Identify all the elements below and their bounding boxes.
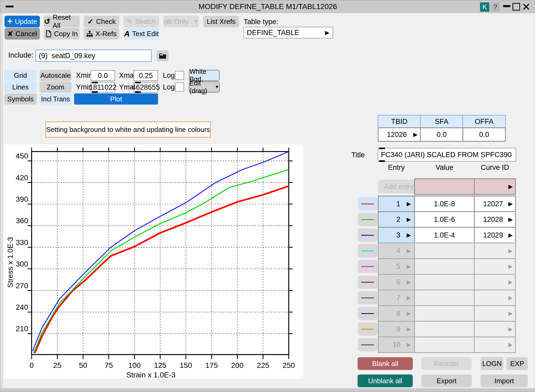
reorder-button[interactable]: Reorder (421, 357, 472, 370)
value-cell[interactable] (414, 290, 475, 306)
curve-id-cell[interactable]: ▶ (474, 243, 516, 259)
include-input[interactable]: (9) seatD_09.key (36, 50, 152, 62)
curve-colour-swatch[interactable] (358, 338, 377, 351)
grid-toggle[interactable]: Grid (4, 70, 37, 81)
plot-canvas[interactable]: 0255075100125150175200225250210240270300… (4, 144, 303, 378)
expand-arrow-icon[interactable]: ▶ (407, 248, 411, 254)
expand-arrow-icon[interactable]: ▶ (508, 263, 513, 270)
text-edit-button[interactable]: A Text Edit (124, 28, 159, 40)
xlog-checkbox[interactable] (175, 71, 184, 80)
list-xrefs-button[interactable]: List Xrefs (203, 16, 239, 27)
value-cell[interactable]: 1.0E-8 (414, 196, 475, 212)
check-button[interactable]: ✓ Check (84, 16, 119, 27)
expand-arrow-icon[interactable]: ▶ (508, 310, 513, 317)
expand-arrow-icon[interactable]: ▶ (407, 216, 411, 223)
add-entry-button[interactable]: Add entry (378, 180, 420, 193)
title-input[interactable]: FC340 (JARI) SCALED FROM SPFC390 (378, 148, 516, 162)
curve-colour-swatch[interactable] (358, 291, 377, 304)
sketch-button[interactable]: ✎ Sketch (124, 16, 159, 27)
curve-id-cell[interactable]: ▶ (474, 321, 516, 337)
autoscale-button[interactable]: Autoscale (40, 70, 71, 81)
value-cell[interactable] (414, 321, 475, 337)
xmin-input[interactable]: 0.0 (91, 70, 115, 81)
expand-arrow-icon[interactable]: ▶ (407, 326, 411, 332)
expand-arrow-icon[interactable]: ▶ (508, 183, 513, 190)
curve-colour-swatch[interactable] (358, 307, 377, 320)
folder-button[interactable] (156, 50, 169, 61)
value-cell[interactable]: 1.0E-6 (414, 211, 475, 228)
exp-button[interactable]: EXP (507, 357, 528, 370)
window-maximize-icon[interactable] (512, 3, 520, 11)
expand-arrow-icon[interactable]: ▶ (508, 232, 513, 238)
expand-arrow-icon[interactable]: ▶ (508, 216, 513, 223)
curve-id-cell[interactable]: 12029▶ (474, 227, 516, 243)
expand-arrow-icon[interactable]: ▶ (407, 201, 411, 207)
entry-cell[interactable]: 1▶ (378, 196, 415, 212)
entry-cell[interactable]: 7▶ (378, 290, 415, 306)
curve-colour-swatch[interactable] (358, 275, 377, 289)
expand-arrow-icon[interactable]: ▶ (413, 131, 418, 138)
cancel-button[interactable]: ✘ Cancel (5, 28, 40, 40)
curve-id-cell[interactable]: ▶ (474, 274, 516, 290)
expand-arrow-icon[interactable]: ▶ (508, 342, 513, 348)
update-button[interactable]: + Update (5, 16, 40, 27)
add-entry-curve-field[interactable]: ▶ (474, 178, 516, 195)
window-close-icon[interactable]: ✕ (522, 1, 531, 13)
expand-arrow-icon[interactable]: ▶ (407, 279, 411, 285)
expand-arrow-icon[interactable]: ▶ (508, 326, 513, 332)
entry-cell[interactable]: 4▶ (378, 243, 415, 259)
curve-colour-swatch[interactable] (358, 322, 377, 336)
curve-id-cell[interactable]: ▶ (474, 290, 516, 306)
curve-id-cell[interactable]: ▶ (474, 305, 516, 322)
value-cell[interactable] (414, 305, 475, 322)
entry-cell[interactable]: 8▶ (378, 305, 415, 322)
keyword-button[interactable]: K (480, 2, 489, 12)
expand-arrow-icon[interactable]: ▶ (508, 295, 513, 301)
expand-arrow-icon[interactable]: ▶ (508, 279, 513, 285)
symbols-toggle[interactable]: Symbols (4, 93, 37, 105)
blank-all-button[interactable]: Blank all (358, 357, 413, 370)
expand-arrow-icon[interactable]: ▶ (508, 201, 513, 207)
curve-colour-swatch[interactable] (358, 229, 377, 242)
entry-cell[interactable]: 10▶ (378, 337, 415, 353)
import-button[interactable]: Import (481, 374, 528, 387)
xrefs-button[interactable]: X-Refs (84, 28, 119, 40)
zoom-button[interactable]: Zoom (40, 81, 71, 93)
curve-id-cell[interactable]: 12027▶ (474, 196, 516, 212)
expand-arrow-icon[interactable]: ▶ (407, 342, 411, 348)
sfa-field[interactable]: 0.0 (420, 127, 463, 142)
add-entry-value-field[interactable] (414, 178, 475, 195)
curve-colour-swatch[interactable] (358, 244, 377, 257)
entry-cell[interactable]: 6▶ (378, 274, 415, 290)
table-type-select[interactable]: DEFINE_TABLE ▶ (244, 27, 333, 38)
value-cell[interactable] (414, 274, 475, 290)
window-minimize-icon[interactable] (503, 5, 510, 7)
curve-colour-swatch[interactable] (358, 260, 377, 273)
expand-arrow-icon[interactable]: ▶ (407, 263, 411, 270)
ymin-input[interactable]: 1811022 (91, 82, 115, 93)
help-button[interactable]: ? (491, 2, 500, 12)
unblank-all-button[interactable]: Unblank all (358, 374, 413, 387)
reset-all-button[interactable]: ↺ Reset All (44, 16, 80, 27)
entry-cell[interactable]: 3▶ (378, 227, 415, 243)
logn-button[interactable]: LOGN (481, 357, 503, 370)
plot-button[interactable]: Plot (74, 93, 158, 105)
expand-arrow-icon[interactable]: ▶ (407, 295, 411, 301)
ymax-input[interactable]: 4628655 (134, 82, 158, 93)
copy-in-button[interactable]: Copy In (44, 28, 80, 40)
value-cell[interactable]: 1.0E-4 (414, 227, 475, 243)
lines-toggle[interactable]: Lines (4, 81, 37, 93)
expand-arrow-icon[interactable]: ▶ (508, 248, 513, 254)
expand-arrow-icon[interactable]: ▶ (407, 232, 411, 238)
value-cell[interactable] (414, 258, 475, 275)
curve-id-cell[interactable]: ▶ (474, 258, 516, 275)
tbid-field[interactable]: 12026 ▶ (378, 127, 421, 142)
entry-cell[interactable]: 2▶ (378, 211, 415, 228)
curve-colour-swatch[interactable] (358, 197, 377, 210)
entry-cell[interactable]: 9▶ (378, 321, 415, 337)
value-cell[interactable] (414, 243, 475, 259)
edit-drag-button[interactable]: Edit (drag) ▼ (189, 81, 220, 93)
incl-trans-toggle[interactable]: Incl Trans (40, 93, 71, 105)
curve-id-cell[interactable]: ▶ (474, 337, 516, 353)
ylog-checkbox[interactable] (175, 83, 184, 92)
